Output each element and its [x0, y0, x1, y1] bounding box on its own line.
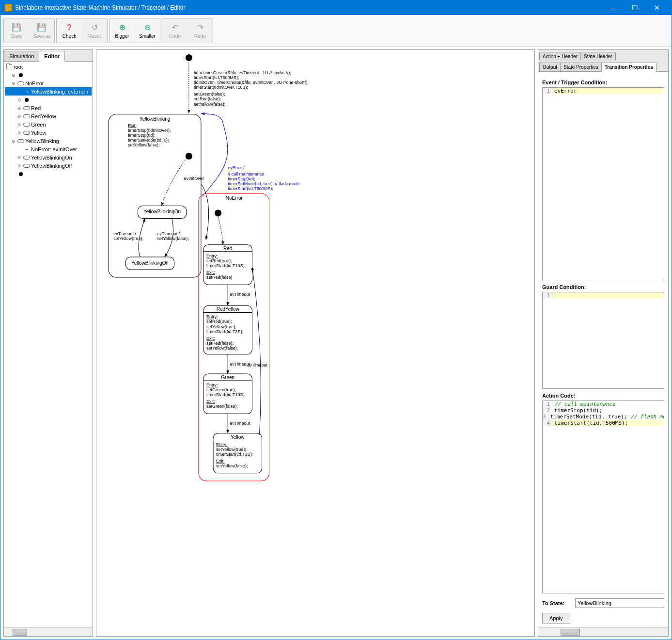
- svg-text:tid = timerCreate(&fifo, evTim: tid = timerCreate(&fifo, evTimeout , 1U …: [194, 70, 291, 75]
- tree-yellowblinking[interactable]: ⊖ YellowBlinking: [5, 137, 92, 145]
- save-button[interactable]: 💾 Save: [4, 19, 29, 42]
- everror-label: evError / // call maintenance timerStop(…: [228, 165, 300, 191]
- props-hscrollbar[interactable]: [538, 627, 668, 636]
- svg-text:Entry:: Entry:: [216, 442, 228, 447]
- svg-text:YellowBlinkingOff: YellowBlinkingOff: [131, 260, 169, 266]
- state-icon: [17, 139, 24, 143]
- app-icon: [4, 4, 12, 12]
- tree-yellow[interactable]: ⊖ Yellow: [5, 128, 92, 137]
- tab-editor[interactable]: Editor: [39, 51, 65, 62]
- undo-icon: ↶: [170, 23, 180, 32]
- tree-toggle-icon[interactable]: ⊖: [11, 81, 16, 86]
- svg-text:timerStop(tid);: timerStop(tid);: [228, 176, 255, 181]
- tree-noerror-init[interactable]: → NoError: evInitOver: [5, 145, 92, 153]
- action-code-input[interactable]: 1// call maintenance 2timerStop(tid); 3t…: [542, 400, 664, 593]
- properties-panel: Event / Trigger Condition: 1evError Guar…: [538, 72, 668, 627]
- svg-text:setRed(true);: setRed(true);: [206, 258, 232, 263]
- svg-text:timerSetMode(tid, 0);: timerSetMode(tid, 0);: [128, 138, 169, 143]
- save-icon: 💾: [12, 23, 21, 32]
- tree-toggle-icon[interactable]: ⊖: [11, 73, 16, 78]
- undo-button[interactable]: ↶ Undo: [163, 19, 187, 42]
- tree-toggle-icon[interactable]: ⊖: [16, 155, 22, 160]
- guard-code-input[interactable]: 1: [542, 292, 664, 389]
- tree-red[interactable]: ⊖ Red: [5, 104, 92, 112]
- tree-initial-sub[interactable]: ⊖: [5, 96, 92, 104]
- svg-text:timerSetMode(tid, true); // fl: timerSetMode(tid, true); // flash mode: [228, 181, 300, 186]
- svg-text:evTimeout /: evTimeout /: [113, 231, 136, 236]
- svg-text:evInitOver: evInitOver: [184, 176, 204, 181]
- tree-noerror[interactable]: ⊖ NoError: [5, 79, 92, 87]
- transition-icon: →: [23, 146, 30, 152]
- svg-text:Exit:: Exit:: [206, 399, 215, 404]
- toolbar: 💾 Save 💾 Save as ? Check ↺ Reset ⊕ Bigge…: [0, 15, 672, 47]
- yellow-body: Entry: setYellow(true); timerStart(tid,T…: [216, 442, 253, 468]
- svg-text:timerStart(tid,T3S);: timerStart(tid,T3S);: [216, 452, 253, 457]
- close-button[interactable]: ✕: [646, 0, 668, 15]
- left-panel: Simulation Editor root ⊖ ⊖ NoError: [3, 49, 93, 637]
- tree-yboff[interactable]: ⊖ YellowBlinkingOff: [5, 161, 92, 170]
- check-button[interactable]: ? Check: [57, 19, 81, 42]
- svg-text:evError /: evError /: [228, 165, 245, 170]
- initial-state-icon: [186, 54, 192, 61]
- svg-text:// call maintenance: // call maintenance: [228, 172, 264, 176]
- reset-button[interactable]: ↺ Reset: [82, 19, 107, 42]
- tree-toggle-icon[interactable]: ⊖: [16, 97, 22, 102]
- svg-text:setRed(false);: setRed(false);: [194, 96, 221, 101]
- tree-toggle-icon[interactable]: ⊖: [11, 139, 16, 144]
- svg-text:setYellow(true);: setYellow(true);: [206, 324, 236, 329]
- maximize-button[interactable]: ☐: [624, 0, 646, 15]
- tab-state-header[interactable]: State Header: [580, 52, 616, 61]
- state-icon: [23, 164, 30, 168]
- svg-text:YellowBlinkingOn: YellowBlinkingOn: [143, 209, 181, 214]
- svg-text:setGreen(false);: setGreen(false);: [206, 404, 238, 409]
- apply-button[interactable]: Apply: [542, 613, 570, 624]
- tree-toggle-icon[interactable]: ⊖: [16, 114, 22, 119]
- tab-action-header[interactable]: Action + Header: [539, 52, 581, 61]
- folder-icon: [6, 64, 12, 69]
- tree-green[interactable]: ⊖ Green: [5, 120, 92, 128]
- event-code-input[interactable]: 1evError: [542, 87, 664, 280]
- tree-toggle-icon[interactable]: ⊖: [16, 122, 22, 127]
- right-panel: Action + Header State Header Output Stat…: [538, 49, 669, 637]
- window-title: Sinelabore Interactive State-Machine Sim…: [15, 4, 602, 11]
- tree-root[interactable]: root: [5, 63, 92, 71]
- svg-text:evTimeout: evTimeout: [230, 421, 250, 426]
- svg-text:YellowBlinking: YellowBlinking: [140, 116, 171, 122]
- tree-ybon[interactable]: ⊖ YellowBlinkingOn: [5, 153, 92, 161]
- transition-everror[interactable]: [201, 114, 228, 196]
- smaller-button[interactable]: ⊖ Smaller: [135, 19, 159, 42]
- svg-text:evTimeout: evTimeout: [230, 292, 250, 297]
- bigger-button[interactable]: ⊕ Bigger: [110, 19, 134, 42]
- tree-redyellow[interactable]: ⊖ RedYellow: [5, 112, 92, 120]
- tree-toggle-icon[interactable]: ⊖: [16, 163, 22, 168]
- minimize-button[interactable]: ─: [602, 0, 624, 15]
- tab-output[interactable]: Output: [539, 63, 561, 71]
- tab-state-props[interactable]: State Properties: [560, 63, 602, 71]
- tree-hscrollbar[interactable]: [4, 627, 93, 636]
- saveas-button[interactable]: 💾 Save as: [30, 19, 54, 42]
- diagram-canvas[interactable]: tid = timerCreate(&fifo, evTimeout , 1U …: [96, 49, 535, 637]
- tree-yb-transition[interactable]: → YellowBlinking: evError /: [5, 87, 92, 96]
- t-off-on-label: evTimeout / setYellow(true);: [113, 231, 143, 241]
- tree-toggle-icon[interactable]: ⊖: [16, 130, 22, 135]
- svg-text:timerStart(tid,T10S);: timerStart(tid,T10S);: [206, 392, 246, 397]
- svg-text:setRed(false): setRed(false): [206, 275, 233, 280]
- initial-state-icon: [215, 209, 221, 216]
- tab-transition-props[interactable]: Transition Properties: [601, 63, 656, 72]
- yb-exit: Exit: timerStop(tidInitOver); timerStop(…: [128, 123, 171, 147]
- state-tree[interactable]: root ⊖ ⊖ NoError → YellowBlinking: evErr…: [4, 62, 93, 627]
- svg-text:timerStop(tid);: timerStop(tid);: [128, 133, 156, 138]
- titlebar[interactable]: Sinelabore Interactive State-Machine Sim…: [0, 0, 672, 15]
- redo-button[interactable]: ↷ Redo: [188, 19, 212, 42]
- tab-simulation[interactable]: Simulation: [4, 51, 39, 61]
- tree-toggle-icon[interactable]: ⊖: [16, 106, 22, 111]
- svg-text:setGreen(true);: setGreen(true);: [206, 387, 236, 392]
- transition-icon: →: [23, 89, 30, 95]
- zoom-in-icon: ⊕: [117, 23, 127, 32]
- tostate-input[interactable]: [575, 598, 664, 608]
- tree-final[interactable]: [5, 170, 92, 178]
- svg-text:setYellow(false);: setYellow(false);: [216, 464, 248, 468]
- svg-text:Entry:: Entry:: [206, 383, 218, 387]
- t-on-off-label: evTimeout / setYellow(false);: [157, 231, 189, 241]
- tree-initial[interactable]: ⊖: [5, 71, 92, 79]
